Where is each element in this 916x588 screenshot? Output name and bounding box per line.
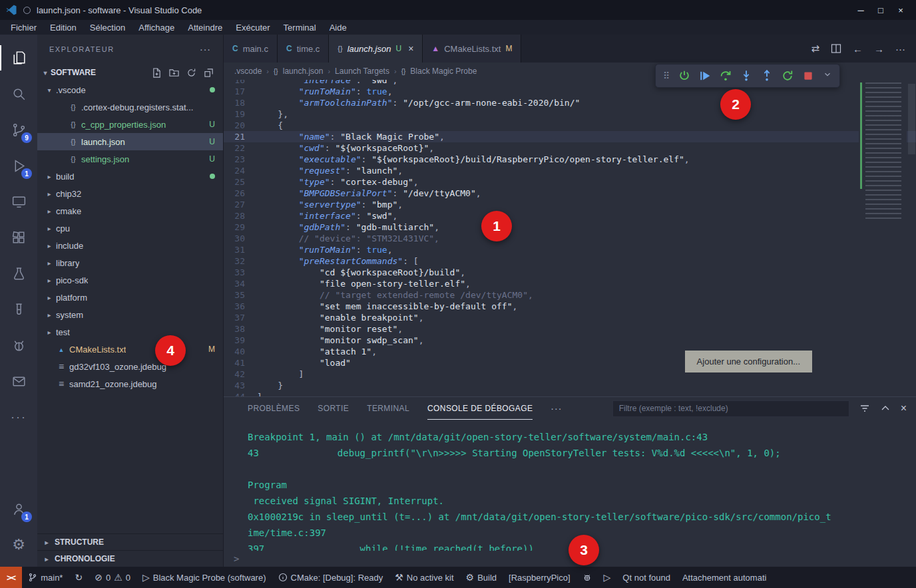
tab-cmakelists[interactable]: ▲ CMakeLists.txt M	[423, 35, 521, 63]
remote-indicator[interactable]: ><	[0, 567, 22, 588]
problems-item[interactable]: ⊘ 0 ⚠ 0	[89, 567, 136, 588]
tree-item-library[interactable]: ▸library	[37, 254, 223, 271]
code-line-30[interactable]: 30 // "device": "STM32L431VC",	[224, 233, 916, 244]
code-line-18[interactable]: 18 "armToolchainPath": "/opt/gcc-arm-non…	[224, 97, 916, 108]
code-line-32[interactable]: 32 "preRestartCommands": [	[224, 255, 916, 267]
more-actions-icon[interactable]: ···	[895, 43, 905, 55]
tree-item-build[interactable]: ▸build	[37, 168, 223, 185]
drag-handle-icon[interactable]: ⠿	[663, 71, 670, 81]
code-line-41[interactable]: 41 "load"	[224, 357, 916, 368]
git-branch-item[interactable]: main*	[22, 567, 69, 588]
tab-terminal[interactable]: TERMINAL	[367, 397, 409, 420]
tree-item-.cortex-debug.registers.stat...[interactable]: .cortex-debug.registers.stat...	[37, 98, 223, 116]
code-editor[interactable]: 16 "interface": "swd",17 "runToMain": tr…	[224, 80, 916, 396]
code-line-38[interactable]: 38 "monitor reset",	[224, 323, 916, 335]
menu-terminal[interactable]: Terminal	[277, 23, 323, 33]
continue-button[interactable]	[699, 70, 711, 82]
code-line-22[interactable]: 22 "cwd": "${workspaceRoot}",	[224, 142, 916, 154]
back-icon[interactable]: ←	[853, 43, 863, 55]
source-control-icon[interactable]: 9	[0, 112, 37, 148]
tree-item-samd21-ozone.jdebug[interactable]: samd21_ozone.jdebug	[37, 375, 223, 392]
tab-launch-json[interactable]: {} launch.json U ×	[329, 35, 423, 63]
settings-gear-icon[interactable]: ⚙	[0, 527, 37, 563]
code-line-34[interactable]: 34 "file open-story-teller.elf",	[224, 278, 916, 289]
power-button[interactable]	[678, 70, 690, 82]
collapse-all-icon[interactable]	[204, 68, 214, 78]
cmake-build-item[interactable]: ⚙ Build	[460, 567, 503, 588]
tab-problemes[interactable]: PROBLÈMES	[248, 397, 300, 420]
restart-button[interactable]	[782, 70, 794, 82]
build-variant-item[interactable]: [RaspberryPico]	[503, 567, 576, 588]
menu-selection[interactable]: Sélection	[83, 23, 132, 33]
code-line-23[interactable]: 23 "executable": "${workspaceRoot}/build…	[224, 154, 916, 165]
code-line-36[interactable]: 36 "set mem inaccessible-by-default off"…	[224, 301, 916, 312]
new-file-icon[interactable]	[152, 68, 162, 78]
split-editor-icon[interactable]	[831, 43, 841, 54]
code-line-19[interactable]: 19 },	[224, 108, 916, 120]
explorer-icon[interactable]	[0, 40, 37, 76]
bug-face-icon[interactable]	[0, 327, 37, 363]
remote-explorer-icon[interactable]	[0, 184, 37, 220]
step-out-button[interactable]	[761, 70, 773, 82]
step-into-button[interactable]	[740, 70, 752, 82]
cmake-status-item[interactable]: CMake: [Debug]: Ready	[272, 567, 389, 588]
test-beaker-icon[interactable]	[0, 255, 37, 291]
code-line-27[interactable]: 27 "servertype": "bmp",	[224, 199, 916, 210]
workspace-section-header[interactable]: ▾ SOFTWARE	[37, 64, 223, 81]
run-target-item[interactable]: ▷	[598, 567, 617, 588]
menu-fichier[interactable]: Fichier	[4, 23, 43, 33]
tree-item-chip32[interactable]: ▸chip32	[37, 185, 223, 202]
tree-item-launch.json[interactable]: launch.jsonU	[37, 133, 223, 150]
filter-icon[interactable]	[859, 403, 870, 414]
tree-item-platform[interactable]: ▸platform	[37, 289, 223, 306]
breadcrumb-item[interactable]: Launch Targets	[335, 67, 389, 76]
section-chronologie[interactable]: ▸ CHRONOLOGIE	[37, 550, 223, 567]
dropdown-chevron-icon[interactable]	[823, 70, 832, 82]
panel-more-icon[interactable]: ···	[551, 397, 562, 420]
tab-time-c[interactable]: C time.c	[278, 35, 329, 63]
tree-item-gd32vf103-ozone.jdebug[interactable]: gd32vf103_ozone.jdebug	[37, 358, 223, 375]
code-line-39[interactable]: 39 "monitor swdp_scan",	[224, 335, 916, 346]
more-views-icon[interactable]: ···	[0, 399, 37, 435]
minimap[interactable]	[859, 80, 907, 396]
tree-item-cmake[interactable]: ▸cmake	[37, 202, 223, 220]
code-line-29[interactable]: 29 "gdbPath": "gdb-multiarch",	[224, 221, 916, 233]
code-line-21[interactable]: 21 "name": "Black Magic Probe",	[224, 131, 916, 142]
explorer-more-icon[interactable]: ···	[200, 44, 211, 55]
editor-scrollbar[interactable]	[908, 84, 915, 154]
close-tab-icon[interactable]: ×	[408, 43, 413, 54]
code-line-31[interactable]: 31 "runToMain": true,	[224, 244, 916, 255]
stop-button[interactable]	[802, 70, 814, 82]
extensions-icon[interactable]	[0, 220, 37, 255]
tree-item-test[interactable]: ▸test	[37, 323, 223, 341]
new-folder-icon[interactable]	[169, 68, 179, 78]
code-line-40[interactable]: 40 "attach 1",	[224, 346, 916, 357]
qt-status-item[interactable]: Qt not found	[616, 567, 676, 588]
code-line-25[interactable]: 25 "type": "cortex-debug",	[224, 176, 916, 188]
tab-sortie[interactable]: SORTIE	[318, 397, 349, 420]
cmake-kit-item[interactable]: ⚒ No active kit	[389, 567, 459, 588]
debug-console-output[interactable]: Breakpoint 1, main () at /mnt/data/git/o…	[224, 420, 916, 551]
search-icon[interactable]	[0, 76, 37, 112]
code-line-42[interactable]: 42 ]	[224, 368, 916, 380]
maximize-panel-icon[interactable]	[880, 403, 891, 414]
add-configuration-button[interactable]: Ajouter une configuration...	[685, 351, 812, 372]
tree-item-.vscode[interactable]: ▾.vscode	[37, 81, 223, 98]
forward-icon[interactable]: →	[874, 43, 884, 55]
breadcrumb-item[interactable]: .vscode	[234, 67, 262, 76]
tab-main-c[interactable]: C main.c	[224, 35, 278, 63]
tree-item-system[interactable]: ▸system	[37, 306, 223, 323]
step-over-button[interactable]	[720, 70, 732, 82]
menu-edition[interactable]: Edition	[43, 23, 83, 33]
menu-aide[interactable]: Aide	[323, 23, 353, 33]
debug-console-prompt[interactable]: >	[224, 551, 916, 567]
section-structure[interactable]: ▸ STRUCTURE	[37, 533, 223, 550]
menu-executer[interactable]: Exécuter	[229, 23, 276, 33]
tree-item-settings.json[interactable]: settings.jsonU	[37, 150, 223, 168]
run-debug-icon[interactable]: 1	[0, 148, 37, 184]
minimize-button[interactable]: ─	[851, 0, 871, 20]
mail-icon[interactable]	[0, 363, 37, 399]
menu-affichage[interactable]: Affichage	[132, 23, 181, 33]
auto-attach-item[interactable]: Attachement automati	[676, 567, 772, 588]
code-line-37[interactable]: 37 "enable breakpoint",	[224, 312, 916, 323]
